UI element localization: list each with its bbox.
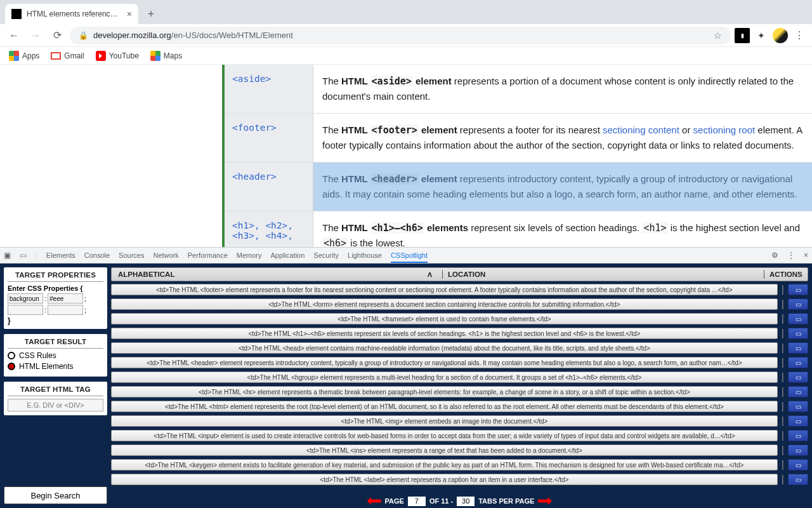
browser-tab[interactable]: HTML elements reference - HT × <box>5 4 138 24</box>
per-page-input[interactable] <box>457 497 475 506</box>
css-prop-val-input-2[interactable] <box>48 305 83 315</box>
result-row: <td>The HTML <hr> element represents a t… <box>111 385 808 398</box>
result-bar[interactable]: <td>The HTML <h1>–<h6> elements represen… <box>111 328 778 339</box>
result-action-button[interactable]: ▭ <box>788 328 808 339</box>
result-bar[interactable]: <td>The HTML <html> element represents t… <box>111 401 778 412</box>
result-bar[interactable]: <td>The HTML <input> element is used to … <box>111 430 778 441</box>
result-action-button[interactable]: ▭ <box>788 474 808 485</box>
css-prop-key-input[interactable] <box>8 293 43 304</box>
result-action-button[interactable]: ▭ <box>788 430 808 441</box>
result-action-button[interactable]: ▭ <box>788 444 808 456</box>
chevron-up-icon[interactable]: ʌ <box>428 270 432 279</box>
browser-toolbar: ← → ⟳ 🔒 developer.mozilla.org/en-US/docs… <box>0 24 812 47</box>
devtools-menu-icon[interactable]: ⋮ <box>787 251 795 260</box>
device-icon[interactable]: ▭ <box>20 251 27 260</box>
devtools-tab-memory[interactable]: Memory <box>237 251 262 259</box>
extensions-menu-icon[interactable]: ✦ <box>754 28 769 43</box>
result-bar[interactable]: <td>The HTML <hgroup> element represents… <box>111 371 778 383</box>
tabs-per-page-label: TABS PER PAGE <box>478 497 534 505</box>
result-bar[interactable]: <td>The HTML <label> element represents … <box>111 474 778 485</box>
result-action-button[interactable]: ▭ <box>788 342 808 354</box>
result-action-button[interactable]: ▭ <box>788 459 808 471</box>
result-action-button[interactable]: ▭ <box>788 371 808 383</box>
result-action-button[interactable]: ▭ <box>788 357 808 368</box>
youtube-icon <box>96 51 106 61</box>
page-prev-button[interactable] <box>367 497 381 505</box>
devtools-tab-network[interactable]: Network <box>153 251 178 259</box>
col-alphabetical[interactable]: ALPHABETICAL <box>118 271 428 278</box>
result-row: <td>The HTML <ins> element represents a … <box>111 444 808 457</box>
bookmark-apps[interactable]: Apps <box>9 51 39 61</box>
bookmark-youtube[interactable]: YouTube <box>96 51 139 61</box>
mdn-row: <header>The HTML <header> element repres… <box>225 163 812 211</box>
gmail-icon <box>51 52 61 60</box>
result-row: <td>The HTML <label> element represents … <box>111 473 808 486</box>
result-action-button[interactable]: ▭ <box>788 401 808 412</box>
result-bar[interactable]: <td>The HTML <img> element embeds an ima… <box>111 415 778 427</box>
radio-html-elements[interactable]: HTML Elements <box>8 362 103 371</box>
bookmark-gmail[interactable]: Gmail <box>51 51 84 60</box>
back-button[interactable]: ← <box>5 27 23 44</box>
result-action-button[interactable]: ▭ <box>788 386 808 398</box>
bookmark-maps[interactable]: Maps <box>150 51 182 61</box>
devtools-tab-lighthouse[interactable]: Lighthouse <box>348 251 382 259</box>
devtools-tab-console[interactable]: Console <box>84 251 110 259</box>
result-row: <td>The HTML <input> element is used to … <box>111 429 808 442</box>
address-bar[interactable]: 🔒 developer.mozilla.org/en-US/docs/Web/H… <box>70 27 731 44</box>
result-action-button[interactable]: ▭ <box>788 298 808 310</box>
inspect-icon[interactable]: ▣ <box>4 251 11 260</box>
result-row: <td>The HTML <head> element contains mac… <box>111 342 808 354</box>
result-bar[interactable]: <td>The HTML <head> element contains mac… <box>111 342 778 354</box>
result-action-button[interactable]: ▭ <box>788 415 808 427</box>
css-prop-val-input[interactable] <box>48 293 83 304</box>
spotlight-footer: PAGE OF 11 - TABS PER PAGE <box>111 494 808 508</box>
devtools-tab-application[interactable]: Application <box>271 251 305 259</box>
mdn-desc-cell: The HTML <footer> element represents a f… <box>313 114 812 162</box>
maps-icon <box>150 51 160 61</box>
devtools-tab-security[interactable]: Security <box>313 251 339 259</box>
target-tag-input[interactable] <box>8 399 103 411</box>
result-bar[interactable]: <td>The HTML <frameset> element is used … <box>111 313 778 324</box>
star-icon[interactable]: ☆ <box>714 30 722 41</box>
avatar[interactable] <box>773 28 788 43</box>
devtools-tab-sources[interactable]: Sources <box>119 251 144 259</box>
page-next-button[interactable] <box>538 497 552 505</box>
lock-icon: 🔒 <box>79 31 88 40</box>
close-icon[interactable]: × <box>127 9 132 19</box>
mdn-row: <h1>, <h2>, <h3>, <h4>,The HTML <h1>–<h6… <box>225 211 812 247</box>
page-number-input[interactable] <box>408 497 426 506</box>
bookmarks-bar: Apps Gmail YouTube Maps <box>0 47 812 65</box>
result-bar[interactable]: <td>The HTML <footer> element represents… <box>111 284 778 295</box>
result-bar[interactable]: <td>The HTML <form> element represents a… <box>111 298 778 310</box>
col-location[interactable]: LOCATION <box>448 271 759 278</box>
new-tab-button[interactable]: + <box>142 5 160 23</box>
col-actions: ACTIONS <box>769 271 801 278</box>
result-bar[interactable]: <td>The HTML <keygen> element exists to … <box>111 459 778 471</box>
favicon-icon <box>11 9 22 19</box>
spotlight-sidebar: TARGET PROPERTIES Enter CSS Properties {… <box>0 264 111 508</box>
devtools-tab-csspotlight[interactable]: CSSpotlight <box>391 251 428 263</box>
extension-icon[interactable]: ▮ <box>735 28 750 43</box>
devtools-tab-performance[interactable]: Performance <box>188 251 228 259</box>
reload-button[interactable]: ⟳ <box>48 27 66 44</box>
result-action-button[interactable]: ▭ <box>788 284 808 295</box>
result-bar[interactable]: <td>The HTML <header> element represents… <box>111 357 778 368</box>
result-bar[interactable]: <td>The HTML <ins> element represents a … <box>111 444 778 456</box>
radio-css-rules[interactable]: CSS Rules <box>8 351 103 360</box>
result-bar[interactable]: <td>The HTML <hr> element represents a t… <box>111 386 778 398</box>
devtools-close-icon[interactable]: × <box>804 251 808 260</box>
target-html-tag-title: TARGET HTML TAG <box>8 385 103 396</box>
chrome-menu-icon[interactable]: ⋮ <box>792 28 807 43</box>
devtools-tab-elements[interactable]: Elements <box>46 251 75 259</box>
begin-search-button[interactable]: Begin Search <box>4 486 107 504</box>
mdn-tag-cell[interactable]: <header> <box>225 163 313 211</box>
forward-button[interactable]: → <box>27 27 44 44</box>
css-prop-key-input-2[interactable] <box>8 305 43 315</box>
mdn-tag-cell[interactable]: <footer> <box>225 114 313 162</box>
gear-icon[interactable]: ⚙ <box>771 251 778 260</box>
page-label: PAGE <box>385 497 404 505</box>
result-action-button[interactable]: ▭ <box>788 313 808 324</box>
mdn-tag-cell[interactable]: <h1>, <h2>, <h3>, <h4>, <box>225 211 313 247</box>
result-row: <td>The HTML <img> element embeds an ima… <box>111 415 808 427</box>
mdn-tag-cell[interactable]: <aside> <box>225 65 313 113</box>
